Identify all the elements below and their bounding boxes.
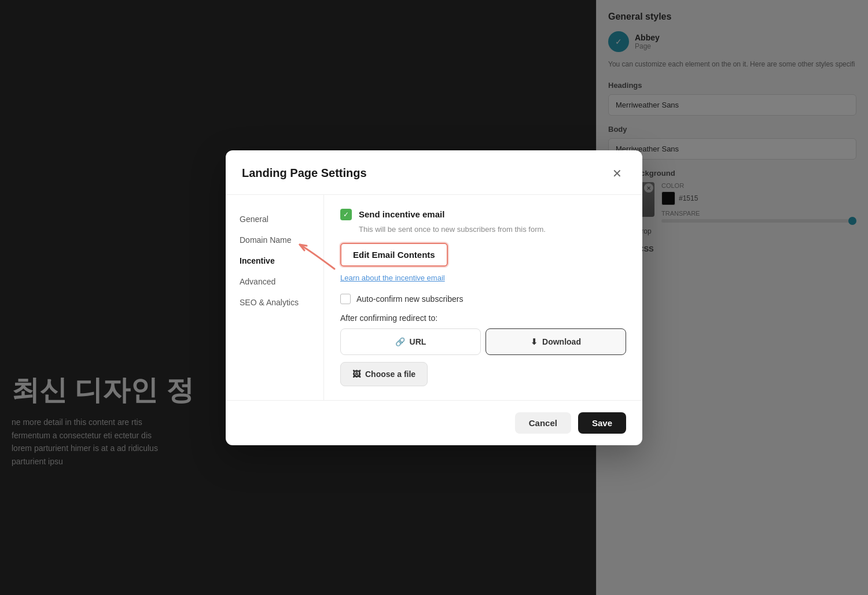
send-incentive-desc: This will be sent once to new subscriber… [340, 225, 626, 234]
dialog-header: Landing Page Settings ✕ [226, 150, 642, 195]
image-icon: 🖼 [352, 369, 361, 379]
dialog-footer: Cancel Save [226, 400, 642, 445]
edit-email-section: Edit Email Contents [340, 243, 626, 267]
send-incentive-checkbox[interactable]: ✓ [340, 209, 352, 220]
nav-item-domain-name[interactable]: Domain Name [226, 230, 323, 250]
auto-confirm-label: Auto-confirm new subscribers [356, 294, 463, 304]
modal-overlay: Landing Page Settings ✕ General Domain N… [0, 0, 868, 595]
nav-item-general[interactable]: General [226, 209, 323, 230]
save-button[interactable]: Save [578, 412, 626, 434]
dialog-content: ✓ Send incentive email This will be sent… [324, 195, 642, 400]
link-icon: 🔗 [395, 337, 405, 346]
landing-page-settings-dialog: Landing Page Settings ✕ General Domain N… [226, 150, 642, 445]
dialog-nav: General Domain Name Incentive Advanced S… [226, 195, 324, 400]
edit-email-contents-button[interactable]: Edit Email Contents [340, 243, 448, 267]
redirect-label: After confirming redirect to: [340, 313, 626, 323]
cancel-button[interactable]: Cancel [515, 412, 571, 434]
download-icon: ⬇ [531, 337, 538, 346]
auto-confirm-checkbox[interactable] [340, 294, 351, 304]
nav-item-advanced[interactable]: Advanced [226, 271, 323, 292]
nav-item-seo-analytics[interactable]: SEO & Analytics [226, 292, 323, 313]
dialog-close-button[interactable]: ✕ [608, 164, 626, 183]
url-btn-label: URL [410, 337, 426, 346]
choose-file-label: Choose a file [365, 369, 415, 379]
dialog-title: Landing Page Settings [242, 167, 367, 180]
dialog-body: General Domain Name Incentive Advanced S… [226, 195, 642, 400]
url-redirect-button[interactable]: 🔗 URL [340, 328, 481, 355]
redirect-options: 🔗 URL ⬇ Download [340, 328, 626, 355]
auto-confirm-row: Auto-confirm new subscribers [340, 294, 626, 304]
choose-file-button[interactable]: 🖼 Choose a file [340, 362, 428, 386]
download-btn-label: Download [542, 337, 581, 346]
nav-item-incentive[interactable]: Incentive [226, 250, 323, 271]
learn-incentive-link[interactable]: Learn about the incentive email [340, 274, 626, 282]
download-redirect-button[interactable]: ⬇ Download [486, 328, 626, 355]
send-incentive-label: Send incentive email [359, 209, 444, 219]
send-incentive-row: ✓ Send incentive email [340, 209, 626, 220]
